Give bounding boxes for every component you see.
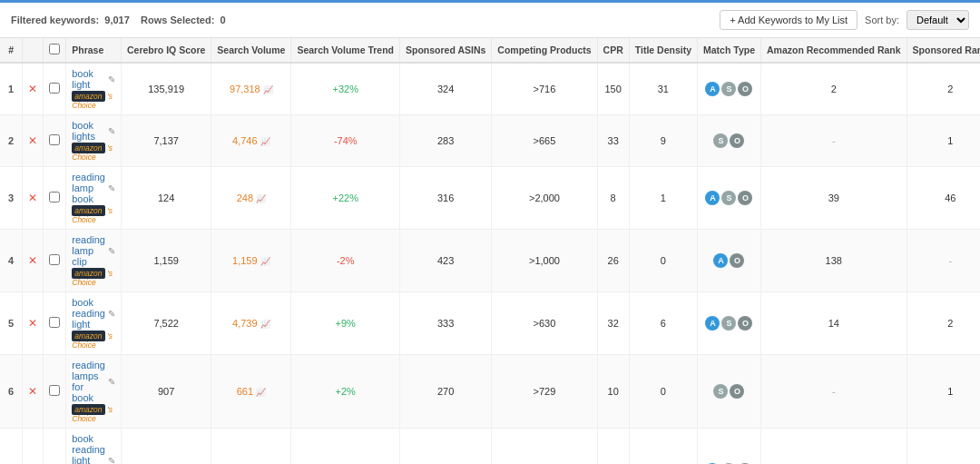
table-row: 6✕ reading lamps for book ✎ amazon 's Ch… — [0, 355, 980, 429]
row-checkbox-cell[interactable] — [44, 292, 66, 355]
row-checkbox-cell[interactable] — [44, 230, 66, 292]
filtered-info: Filtered keywords: 9,017 Rows Selected: … — [11, 15, 226, 25]
sponsored-rank-value: - — [906, 230, 980, 292]
row-checkbox[interactable] — [49, 385, 60, 396]
sponsored-asins-value: 324 — [400, 63, 492, 115]
row-remove[interactable]: ✕ — [23, 63, 44, 115]
row-checkbox[interactable] — [49, 254, 60, 265]
match-badge-s: S — [721, 82, 736, 96]
row-checkbox-cell[interactable] — [44, 63, 66, 115]
phrase-name: book reading light with clip ✎ — [72, 433, 115, 464]
cerebro-iq-value: 1,079 — [121, 429, 211, 465]
col-amazon-rank: Amazon Recommended Rank — [760, 38, 906, 63]
row-remove[interactable]: ✕ — [23, 355, 44, 429]
phrase-text[interactable]: reading lamp book — [72, 172, 105, 204]
row-remove[interactable]: ✕ — [23, 167, 44, 230]
phrase-text[interactable]: reading lamp clip — [72, 234, 105, 267]
competing-products-value: >716 — [492, 63, 597, 115]
row-checkbox-cell[interactable] — [44, 355, 66, 429]
cpr-value: 26 — [597, 230, 629, 292]
row-checkbox[interactable] — [49, 83, 60, 94]
competing-products-value: >1,000 — [492, 230, 597, 292]
row-checkbox[interactable] — [49, 192, 60, 202]
remove-icon[interactable]: ✕ — [28, 254, 37, 267]
title-density-value: 1 — [629, 167, 697, 230]
row-num: 3 — [0, 167, 23, 230]
row-checkbox[interactable] — [49, 134, 60, 145]
select-all-checkbox[interactable] — [49, 44, 60, 54]
edit-icon[interactable]: ✎ — [108, 309, 115, 319]
phrase-name: book light ✎ — [72, 68, 115, 90]
edit-icon[interactable]: ✎ — [108, 126, 115, 136]
row-checkbox[interactable] — [49, 317, 60, 328]
sponsored-asins-value: 423 — [400, 230, 492, 292]
amazon-choice-badge: amazon 's Choice — [72, 206, 115, 224]
row-remove[interactable]: ✕ — [23, 230, 44, 292]
cerebro-iq-value: 1,159 — [121, 230, 211, 292]
edit-icon[interactable]: ✎ — [108, 74, 115, 84]
match-badges: ASO — [703, 316, 755, 331]
competing-products-value: >2,000 — [492, 167, 597, 230]
row-remove[interactable]: ✕ — [23, 292, 44, 355]
row-checkbox-cell[interactable] — [44, 429, 66, 465]
sponsored-asins-value: 316 — [400, 167, 492, 230]
sponsored-rank-value: 46 — [906, 167, 980, 230]
sort-select[interactable]: Default — [906, 10, 969, 30]
phrase-wrapper: book lights ✎ amazon 's Choice — [72, 120, 115, 162]
competing-products-value: >571 — [492, 429, 597, 465]
amazon-choice-badge: amazon 's Choice — [72, 143, 115, 162]
edit-icon[interactable]: ✎ — [108, 183, 115, 193]
col-num: # — [0, 38, 23, 63]
title-density-value: 9 — [629, 115, 697, 167]
phrase-name: book lights ✎ — [72, 120, 115, 142]
trend-value: +22% — [291, 167, 400, 230]
add-keywords-label: + Add Keywords to My List — [730, 15, 848, 25]
phrase-text[interactable]: book reading light — [72, 297, 105, 330]
match-badge-s: S — [713, 133, 728, 148]
phrase-text[interactable]: book light — [72, 68, 105, 90]
match-badge-o: O — [738, 82, 752, 96]
row-remove[interactable]: ✕ — [23, 115, 44, 167]
search-vol-text: 661 — [237, 386, 253, 397]
phrase-cell: reading lamps for book ✎ amazon 's Choic… — [66, 355, 122, 429]
trend-chart-icon: 📈 — [263, 85, 273, 94]
match-badge-s: S — [713, 384, 728, 399]
row-num: 6 — [0, 355, 23, 429]
competing-products-value: >630 — [492, 292, 597, 355]
phrase-cell: reading lamp clip ✎ amazon 's Choice — [66, 230, 122, 292]
phrase-name: reading lamps for book ✎ — [72, 360, 115, 403]
edit-icon[interactable]: ✎ — [108, 377, 115, 387]
search-vol-text: 248 — [237, 193, 253, 203]
edit-icon[interactable]: ✎ — [108, 246, 115, 256]
title-density-value: 0 — [629, 355, 697, 429]
row-checkbox-cell[interactable] — [44, 115, 66, 167]
title-density-value: 1 — [629, 429, 697, 465]
remove-icon[interactable]: ✕ — [28, 317, 37, 330]
match-type-cell: SO — [698, 355, 761, 429]
edit-icon[interactable]: ✎ — [108, 456, 115, 465]
row-remove[interactable]: ✕ — [23, 429, 44, 465]
remove-icon[interactable]: ✕ — [28, 83, 37, 95]
amazon-rank-value: 14 — [760, 292, 906, 355]
col-search-volume: Search Volume — [211, 38, 291, 63]
dash: - — [832, 135, 836, 146]
row-num: 7 — [0, 429, 23, 465]
phrase-wrapper: book reading light with clip ✎ amazon 's… — [72, 433, 115, 464]
amazon-rank-value: - — [760, 115, 906, 167]
cpr-value: 150 — [597, 63, 629, 115]
phrase-text[interactable]: book lights — [72, 120, 105, 142]
remove-icon[interactable]: ✕ — [28, 192, 37, 204]
phrase-cell: book reading light ✎ amazon 's Choice — [66, 292, 122, 355]
phrase-text[interactable]: reading lamps for book — [72, 360, 105, 403]
amazon-rank-value: 138 — [760, 230, 906, 292]
phrase-name: reading lamp book ✎ — [72, 172, 115, 204]
remove-icon[interactable]: ✕ — [28, 385, 37, 398]
add-keywords-button[interactable]: + Add Keywords to My List — [720, 10, 858, 30]
amazon-choice-badge: amazon 's Choice — [72, 92, 115, 110]
col-check-all[interactable] — [44, 38, 66, 63]
phrase-text[interactable]: book reading light with clip — [72, 433, 105, 464]
competing-products-value: >729 — [492, 355, 597, 429]
top-bar-left: Filtered keywords: 9,017 Rows Selected: … — [11, 15, 226, 25]
row-checkbox-cell[interactable] — [44, 167, 66, 230]
remove-icon[interactable]: ✕ — [28, 134, 37, 147]
